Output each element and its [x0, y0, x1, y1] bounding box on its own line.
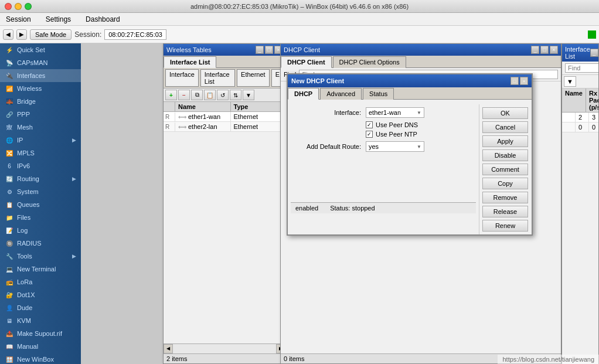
tab-advanced[interactable]: Advanced — [320, 88, 362, 100]
sidebar-item-kvm[interactable]: 🖥 KVM — [0, 314, 81, 327]
sidebar-item-system[interactable]: ⚙ System — [0, 185, 81, 198]
interface-list-win-buttons[interactable]: _ □ × — [590, 49, 599, 57]
copy-button[interactable]: ⧉ — [191, 90, 203, 100]
wireless-tables-win-buttons[interactable]: _ □ × — [256, 46, 283, 54]
sidebar-item-queues[interactable]: 📋 Queues — [0, 198, 81, 211]
wireless-tables-minimize[interactable]: _ — [256, 46, 264, 54]
add-default-route-label: Add Default Route: — [291, 143, 361, 150]
sidebar-item-make-supout[interactable]: 📤 Make Supout.rif — [0, 327, 81, 340]
sidebar-item-tools[interactable]: 🔧 Tools ▶ — [0, 250, 81, 263]
menu-settings[interactable]: Settings — [43, 14, 74, 25]
scroll-left-button[interactable]: ◀ — [164, 344, 173, 353]
use-peer-dns-checkbox[interactable]: ✓ — [366, 121, 373, 128]
table-row[interactable]: 2 3 — [562, 113, 598, 123]
interface-select[interactable]: ether1-wan ▼ — [366, 107, 424, 118]
comment-button[interactable]: Comment — [482, 164, 528, 175]
dialog-maximize-button[interactable]: □ — [510, 77, 519, 85]
table-row[interactable]: R ⟺ ether1-wan Ethernet — [164, 112, 285, 122]
table-row[interactable]: 0 0 — [562, 123, 598, 132]
disable-button[interactable]: Disable — [482, 149, 528, 161]
sidebar-item-lora[interactable]: 📻 LoRa — [0, 275, 81, 288]
dialog-tabs: DHCP Advanced Status — [288, 87, 532, 100]
remove-button[interactable]: − — [178, 90, 190, 100]
dhcp-client-win-buttons[interactable]: _ □ × — [531, 46, 558, 54]
scroll-track[interactable] — [173, 344, 276, 353]
wireless-tables-titlebar: Wireless Tables _ □ × — [164, 44, 285, 56]
apply-button[interactable]: Apply — [482, 135, 528, 147]
sidebar-item-dot1x[interactable]: 🔐 Dot1X — [0, 288, 81, 301]
sidebar-label-mesh: Mesh — [17, 124, 33, 131]
minimize-button[interactable] — [15, 3, 22, 10]
table-header: Name Type — [164, 102, 285, 112]
interface-list-dropdown[interactable]: ▼ — [564, 76, 576, 87]
horizontal-scrollbar[interactable]: ◀ ▶ — [164, 343, 285, 353]
new-terminal-icon: 💻 — [5, 264, 14, 274]
tab-interface-list-inner[interactable]: Interface List — [200, 69, 235, 87]
tab-interface-list[interactable]: Interface List — [164, 56, 216, 68]
sidebar-item-mesh[interactable]: 🕸 Mesh — [0, 121, 81, 134]
copy-button[interactable]: Copy — [482, 178, 528, 189]
sidebar-item-routing[interactable]: 🔄 Routing ▶ — [0, 172, 81, 185]
sidebar-item-manual[interactable]: 📖 Manual — [0, 340, 81, 353]
sidebar-item-new-winbox[interactable]: 🪟 New WinBox — [0, 353, 81, 364]
reset-button[interactable]: ↺ — [217, 90, 229, 100]
col-header-name[interactable]: Name — [175, 102, 231, 111]
back-button[interactable]: ◀ — [3, 29, 13, 40]
ok-button[interactable]: OK — [482, 107, 528, 119]
sidebar-item-capsman[interactable]: 📡 CAPsMAN — [0, 56, 81, 69]
sidebar-item-ppp[interactable]: 🔗 PPP — [0, 108, 81, 121]
tab-dhcp-main[interactable]: DHCP — [288, 88, 319, 100]
tab-status[interactable]: Status — [363, 88, 394, 100]
release-button[interactable]: Release — [482, 206, 528, 217]
cancel-button[interactable]: Cancel — [482, 121, 528, 133]
renew-button[interactable]: Renew — [482, 220, 528, 232]
add-button[interactable]: + — [165, 90, 177, 100]
sidebar-item-ip[interactable]: 🌐 IP ▶ — [0, 134, 81, 147]
forward-button[interactable]: ▶ — [16, 29, 27, 40]
dialog-title-buttons[interactable]: □ × — [510, 77, 528, 85]
sidebar-item-interfaces[interactable]: 🔌 Interfaces — [0, 69, 81, 82]
menu-dashboard[interactable]: Dashboard — [83, 14, 123, 25]
col-name-header[interactable]: Name — [562, 89, 586, 112]
table-row[interactable]: R ⟺ ether2-lan Ethernet — [164, 122, 285, 132]
col-rx-header[interactable]: Rx Packet (p/s) — [586, 89, 598, 112]
wireless-tables-maximize[interactable]: □ — [265, 46, 273, 54]
session-label: Session: — [74, 30, 101, 39]
sidebar-item-quick-set[interactable]: ⚡ Quick Set — [0, 43, 81, 56]
sidebar-item-bridge[interactable]: 🌉 Bridge — [0, 95, 81, 108]
remove-button[interactable]: Remove — [482, 192, 528, 203]
safe-mode-button[interactable]: Safe Mode — [30, 29, 72, 40]
sidebar-item-mpls[interactable]: 🔀 MPLS — [0, 147, 81, 159]
sidebar-item-new-terminal[interactable]: 💻 New Terminal — [0, 263, 81, 275]
sidebar-item-wireless[interactable]: 📶 Wireless — [0, 82, 81, 95]
dialog-close-button[interactable]: × — [520, 77, 528, 85]
sidebar-item-files[interactable]: 📁 Files — [0, 211, 81, 224]
interface-label: Interface: — [291, 109, 361, 116]
maximize-button[interactable] — [25, 3, 32, 10]
interface-list-dropdown-value: ▼ — [567, 78, 573, 85]
filter-button[interactable]: ▼ — [243, 90, 254, 100]
sidebar-item-dude[interactable]: 👤 Dude — [0, 301, 81, 314]
menu-session[interactable]: Session — [3, 14, 34, 25]
close-button[interactable] — [5, 3, 12, 10]
add-default-route-select[interactable]: yes ▼ — [366, 141, 424, 152]
interface-find-input[interactable] — [565, 63, 598, 73]
tab-dhcp-client[interactable]: DHCP Client — [281, 56, 332, 68]
window-controls[interactable] — [5, 3, 32, 10]
tab-ethernet[interactable]: Ethernet — [237, 69, 270, 87]
paste-button[interactable]: 📋 — [204, 90, 216, 100]
dhcp-client-minimize[interactable]: _ — [531, 46, 539, 54]
col-header-type[interactable]: Type — [231, 102, 286, 111]
dhcp-client-maximize[interactable]: □ — [540, 46, 549, 54]
tab-dhcp-client-options[interactable]: DHCP Client Options — [333, 56, 406, 68]
sidebar-item-ipv6[interactable]: 6 IPv6 — [0, 159, 81, 172]
tab-interface[interactable]: Interface — [165, 69, 199, 87]
sort-button[interactable]: ⇅ — [230, 90, 241, 100]
dhcp-client-close[interactable]: × — [550, 46, 558, 54]
sidebar-label-quick-set: Quick Set — [17, 46, 45, 53]
interface-list-minimize[interactable]: _ — [590, 49, 598, 57]
sidebar-item-radius[interactable]: 🔘 RADIUS — [0, 237, 81, 250]
ethernet-icon: ⟺ — [178, 124, 186, 130]
sidebar-item-log[interactable]: 📝 Log — [0, 224, 81, 237]
use-peer-ntp-checkbox[interactable]: ✓ — [366, 131, 373, 138]
